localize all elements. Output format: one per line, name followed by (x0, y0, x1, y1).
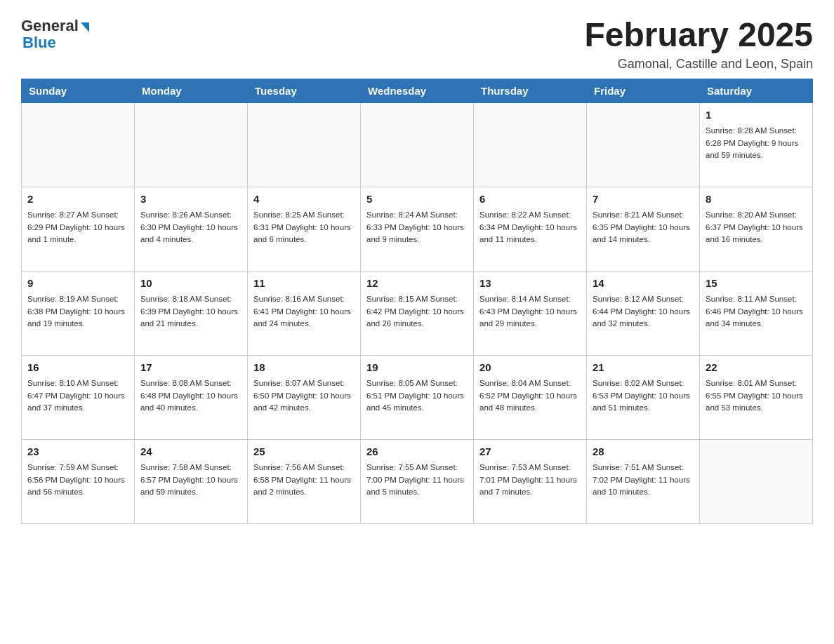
day-number: 19 (366, 360, 468, 376)
day-info: Sunrise: 7:58 AM Sunset: 6:57 PM Dayligh… (140, 462, 241, 498)
day-info: Sunrise: 8:16 AM Sunset: 6:41 PM Dayligh… (253, 293, 355, 330)
calendar-day-cell (700, 439, 813, 523)
day-of-week-header: Sunday (22, 79, 135, 102)
calendar-week-row: 1Sunrise: 8:28 AM Sunset: 6:28 PM Daylig… (22, 102, 813, 187)
calendar-day-cell: 5Sunrise: 8:24 AM Sunset: 6:33 PM Daylig… (361, 187, 474, 271)
calendar-day-cell: 23Sunrise: 7:59 AM Sunset: 6:56 PM Dayli… (22, 439, 135, 523)
calendar-day-cell: 21Sunrise: 8:02 AM Sunset: 6:53 PM Dayli… (587, 355, 700, 439)
day-of-week-header: Thursday (474, 79, 587, 102)
day-info: Sunrise: 8:05 AM Sunset: 6:51 PM Dayligh… (366, 377, 468, 414)
location-subtitle: Gamonal, Castille and Leon, Spain (584, 57, 813, 72)
month-title: February 2025 (584, 17, 813, 54)
calendar-day-cell: 10Sunrise: 8:18 AM Sunset: 6:39 PM Dayli… (135, 271, 248, 355)
calendar-table: SundayMondayTuesdayWednesdayThursdayFrid… (21, 79, 813, 524)
day-number: 8 (706, 192, 807, 208)
calendar-day-cell (248, 102, 361, 187)
day-info: Sunrise: 8:04 AM Sunset: 6:52 PM Dayligh… (479, 377, 581, 414)
day-of-week-header: Friday (587, 79, 700, 102)
logo: General Blue (21, 17, 89, 52)
calendar-day-cell: 9Sunrise: 8:19 AM Sunset: 6:38 PM Daylig… (22, 271, 135, 355)
logo-general-text: General (21, 17, 79, 35)
calendar-day-cell: 17Sunrise: 8:08 AM Sunset: 6:48 PM Dayli… (135, 355, 248, 439)
calendar-day-cell: 19Sunrise: 8:05 AM Sunset: 6:51 PM Dayli… (361, 355, 474, 439)
day-number: 13 (479, 276, 581, 292)
calendar-day-cell: 13Sunrise: 8:14 AM Sunset: 6:43 PM Dayli… (474, 271, 587, 355)
day-number: 14 (593, 276, 694, 292)
calendar-week-row: 23Sunrise: 7:59 AM Sunset: 6:56 PM Dayli… (22, 439, 813, 523)
day-of-week-header: Monday (135, 79, 248, 102)
calendar-day-cell: 2Sunrise: 8:27 AM Sunset: 6:29 PM Daylig… (22, 187, 135, 271)
day-number: 20 (479, 360, 581, 376)
day-of-week-header: Saturday (700, 79, 813, 102)
calendar-day-cell: 3Sunrise: 8:26 AM Sunset: 6:30 PM Daylig… (135, 187, 248, 271)
day-info: Sunrise: 7:56 AM Sunset: 6:58 PM Dayligh… (253, 462, 355, 498)
day-number: 17 (140, 360, 241, 376)
day-info: Sunrise: 8:21 AM Sunset: 6:35 PM Dayligh… (593, 209, 694, 246)
day-number: 1 (706, 107, 807, 123)
day-info: Sunrise: 8:26 AM Sunset: 6:30 PM Dayligh… (140, 209, 241, 246)
day-number: 9 (27, 276, 128, 292)
logo-arrow-icon (81, 22, 89, 32)
day-info: Sunrise: 8:22 AM Sunset: 6:34 PM Dayligh… (479, 209, 581, 246)
calendar-header-row: SundayMondayTuesdayWednesdayThursdayFrid… (22, 79, 813, 102)
day-info: Sunrise: 7:53 AM Sunset: 7:01 PM Dayligh… (479, 462, 581, 498)
day-number: 6 (479, 192, 581, 208)
calendar-day-cell: 12Sunrise: 8:15 AM Sunset: 6:42 PM Dayli… (361, 271, 474, 355)
calendar-day-cell: 1Sunrise: 8:28 AM Sunset: 6:28 PM Daylig… (700, 102, 813, 187)
day-info: Sunrise: 8:15 AM Sunset: 6:42 PM Dayligh… (366, 293, 468, 330)
calendar-day-cell: 8Sunrise: 8:20 AM Sunset: 6:37 PM Daylig… (700, 187, 813, 271)
day-info: Sunrise: 8:25 AM Sunset: 6:31 PM Dayligh… (253, 209, 355, 246)
day-of-week-header: Tuesday (248, 79, 361, 102)
day-info: Sunrise: 8:12 AM Sunset: 6:44 PM Dayligh… (593, 293, 694, 330)
calendar-day-cell: 16Sunrise: 8:10 AM Sunset: 6:47 PM Dayli… (22, 355, 135, 439)
calendar-day-cell (474, 102, 587, 187)
day-number: 5 (366, 192, 468, 208)
day-number: 15 (706, 276, 807, 292)
day-number: 24 (140, 444, 241, 460)
calendar-day-cell: 27Sunrise: 7:53 AM Sunset: 7:01 PM Dayli… (474, 439, 587, 523)
day-number: 16 (27, 360, 128, 376)
day-info: Sunrise: 7:59 AM Sunset: 6:56 PM Dayligh… (27, 462, 128, 498)
day-number: 4 (253, 192, 355, 208)
day-info: Sunrise: 8:07 AM Sunset: 6:50 PM Dayligh… (253, 377, 355, 414)
calendar-day-cell: 18Sunrise: 8:07 AM Sunset: 6:50 PM Dayli… (248, 355, 361, 439)
calendar-day-cell (361, 102, 474, 187)
day-info: Sunrise: 8:19 AM Sunset: 6:38 PM Dayligh… (27, 293, 128, 330)
day-number: 22 (706, 360, 807, 376)
day-number: 23 (27, 444, 128, 460)
calendar-day-cell: 25Sunrise: 7:56 AM Sunset: 6:58 PM Dayli… (248, 439, 361, 523)
calendar-day-cell: 6Sunrise: 8:22 AM Sunset: 6:34 PM Daylig… (474, 187, 587, 271)
day-number: 11 (253, 276, 355, 292)
calendar-day-cell (22, 102, 135, 187)
calendar-day-cell (135, 102, 248, 187)
day-number: 7 (593, 192, 694, 208)
page-header: General Blue February 2025 Gamonal, Cast… (21, 17, 813, 72)
calendar-day-cell: 11Sunrise: 8:16 AM Sunset: 6:41 PM Dayli… (248, 271, 361, 355)
calendar-week-row: 9Sunrise: 8:19 AM Sunset: 6:38 PM Daylig… (22, 271, 813, 355)
day-info: Sunrise: 8:27 AM Sunset: 6:29 PM Dayligh… (27, 209, 128, 246)
day-info: Sunrise: 8:01 AM Sunset: 6:55 PM Dayligh… (706, 377, 807, 414)
day-number: 10 (140, 276, 241, 292)
day-info: Sunrise: 8:02 AM Sunset: 6:53 PM Dayligh… (593, 377, 694, 414)
calendar-day-cell: 24Sunrise: 7:58 AM Sunset: 6:57 PM Dayli… (135, 439, 248, 523)
day-number: 25 (253, 444, 355, 460)
day-number: 26 (366, 444, 468, 460)
day-info: Sunrise: 8:24 AM Sunset: 6:33 PM Dayligh… (366, 209, 468, 246)
day-of-week-header: Wednesday (361, 79, 474, 102)
day-number: 18 (253, 360, 355, 376)
calendar-day-cell: 28Sunrise: 7:51 AM Sunset: 7:02 PM Dayli… (587, 439, 700, 523)
day-info: Sunrise: 8:20 AM Sunset: 6:37 PM Dayligh… (706, 209, 807, 246)
calendar-day-cell: 22Sunrise: 8:01 AM Sunset: 6:55 PM Dayli… (700, 355, 813, 439)
day-info: Sunrise: 8:28 AM Sunset: 6:28 PM Dayligh… (706, 125, 807, 161)
day-info: Sunrise: 8:11 AM Sunset: 6:46 PM Dayligh… (706, 293, 807, 330)
title-block: February 2025 Gamonal, Castille and Leon… (584, 17, 813, 72)
calendar-day-cell: 26Sunrise: 7:55 AM Sunset: 7:00 PM Dayli… (361, 439, 474, 523)
day-number: 2 (27, 192, 128, 208)
calendar-day-cell (587, 102, 700, 187)
calendar-day-cell: 14Sunrise: 8:12 AM Sunset: 6:44 PM Dayli… (587, 271, 700, 355)
calendar-day-cell: 20Sunrise: 8:04 AM Sunset: 6:52 PM Dayli… (474, 355, 587, 439)
calendar-week-row: 16Sunrise: 8:10 AM Sunset: 6:47 PM Dayli… (22, 355, 813, 439)
day-info: Sunrise: 8:10 AM Sunset: 6:47 PM Dayligh… (27, 377, 128, 414)
day-number: 28 (593, 444, 694, 460)
day-info: Sunrise: 7:51 AM Sunset: 7:02 PM Dayligh… (593, 462, 694, 498)
